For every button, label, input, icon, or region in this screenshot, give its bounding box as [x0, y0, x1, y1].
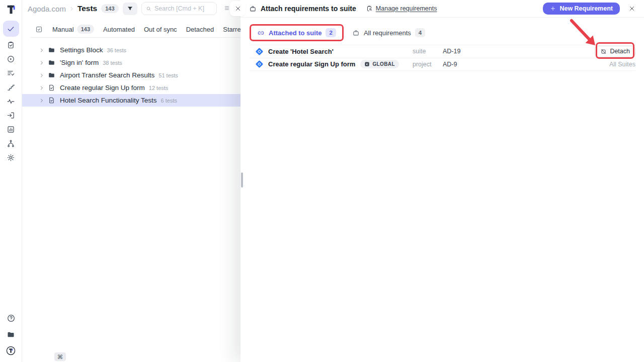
requirement-actions: Detach: [595, 46, 635, 57]
sidebar-item-pulse[interactable]: [3, 94, 19, 108]
requirement-name-cell: Create 'Hotel Search': [256, 48, 413, 55]
tab-label: All requirements: [364, 29, 411, 37]
list-check-icon: [7, 69, 15, 77]
suite-label: Airport Transfer Search Results: [60, 71, 154, 79]
brand-circle-icon: [6, 345, 16, 356]
edit-check-icon: [35, 26, 43, 33]
sidebar-item-steps[interactable]: [3, 80, 19, 94]
filter-tab-automated[interactable]: Automated: [103, 26, 135, 33]
filter-tabs-row: Manual 143 Automated Out of sync Detache…: [22, 23, 240, 36]
suite-test-count: 12 tests: [149, 84, 169, 91]
page-title: Tests: [77, 4, 97, 13]
chevron-right-icon[interactable]: [39, 85, 44, 90]
chevron-right-icon[interactable]: [39, 98, 44, 103]
keyboard-shortcuts-badge[interactable]: ⌘: [54, 352, 66, 361]
filter-tab-detached[interactable]: Detached: [186, 26, 214, 33]
briefcase-icon: [352, 29, 360, 37]
filter-tab-label: Automated: [103, 26, 135, 33]
requirements-list: Create 'Hotel Search' suite AD-19 Detach…: [249, 45, 635, 71]
filter-tab-out-of-sync[interactable]: Out of sync: [144, 26, 177, 33]
requirement-row-hotel-search: Create 'Hotel Search' suite AD-19 Detach: [249, 45, 635, 58]
brand-circle-button[interactable]: [3, 345, 19, 356]
close-icon: [234, 5, 242, 12]
new-requirement-button[interactable]: New Requirement: [543, 3, 620, 15]
suite-label: Settings Block: [60, 46, 103, 54]
tab-attached-to-suite[interactable]: Attached to suite 2: [257, 28, 336, 37]
docs-button[interactable]: [3, 329, 19, 340]
top-toolbar: Agoda.com Tests 143: [22, 0, 240, 17]
sidebar-item-analytics[interactable]: [3, 122, 19, 136]
global-badge: GLOBAL: [360, 60, 399, 68]
requirements-tabs: Attached to suite 2 All requirements 4: [240, 18, 644, 41]
manual-count-badge: 143: [77, 25, 94, 34]
search-icon: [146, 6, 151, 12]
detach-icon: [600, 48, 607, 55]
chevron-right-icon[interactable]: [39, 48, 44, 53]
requirement-title: Create 'Hotel Search': [268, 48, 334, 55]
play-circle-icon: [7, 55, 15, 63]
filter-tab-label: Detached: [186, 26, 214, 33]
folder-icon: [48, 71, 55, 79]
manage-requirements-link[interactable]: Manage requirements: [366, 5, 437, 12]
panel-divider: [30, 37, 240, 38]
sidebar-item-branches[interactable]: [3, 136, 19, 150]
requirement-diamond-icon: [256, 47, 264, 55]
suite-test-count: 6 tests: [161, 97, 177, 104]
tree-row-settings-block[interactable]: Settings Block 36 tests: [22, 44, 240, 56]
import-box-icon: [7, 111, 15, 120]
suite-label: Create regular Sign Up form: [60, 84, 145, 92]
chevron-right-icon[interactable]: [39, 73, 44, 78]
requirement-title: Create regular Sign Up form: [268, 60, 355, 68]
brand-t-icon: [6, 4, 17, 15]
panel-resize-handle[interactable]: [241, 172, 243, 188]
bar-chart-icon: [7, 125, 15, 134]
detach-button[interactable]: Detach: [595, 46, 635, 57]
sidebar-item-runs[interactable]: [3, 52, 19, 66]
suite-test-count: 36 tests: [107, 47, 127, 53]
chevron-right-icon[interactable]: [39, 60, 44, 65]
requirement-name-cell: Create regular Sign Up form GLOBAL: [256, 60, 413, 68]
tree-row-sign-in-form[interactable]: 'Sign in' form 38 tests: [22, 56, 240, 69]
new-requirement-label: New Requirement: [559, 5, 613, 12]
tree-row-airport-transfer[interactable]: Airport Transfer Search Results 51 tests: [22, 69, 240, 81]
tab-all-requirements[interactable]: All requirements 4: [352, 28, 425, 37]
tree-row-create-regular-sign-up[interactable]: Create regular Sign Up form 12 tests: [22, 81, 240, 94]
help-icon: [7, 314, 16, 323]
help-button[interactable]: [3, 313, 19, 324]
sidebar-item-import[interactable]: [3, 108, 19, 122]
suites-tree: Settings Block 36 tests 'Sign in' form 3…: [22, 44, 240, 107]
sidebar-item-tests[interactable]: [3, 21, 19, 37]
breadcrumb-chevron-icon: [69, 6, 74, 12]
sidebar-item-settings[interactable]: [3, 150, 19, 164]
filter-button[interactable]: [123, 3, 137, 15]
folder-icon: [48, 59, 55, 66]
icon-rail: [0, 0, 22, 362]
filter-tab-label: Manual: [52, 26, 74, 33]
tree-row-hotel-search-selected[interactable]: Hotel Search Functionality Tests 6 tests: [22, 94, 240, 107]
tests-count-badge: 143: [101, 4, 118, 13]
requirement-actions: All Suites: [609, 61, 635, 68]
all-suites-label: All Suites: [609, 61, 635, 68]
activity-pulse-icon: [7, 97, 15, 106]
breadcrumb-project[interactable]: Agoda.com: [28, 5, 66, 13]
panel-close-button[interactable]: [230, 1, 246, 16]
global-badge-label: GLOBAL: [372, 61, 395, 67]
detach-label: Detach: [610, 48, 630, 55]
requirement-id: AD-9: [443, 61, 609, 68]
filter-tab-manual[interactable]: Manual 143: [52, 25, 94, 34]
manage-requirements-label: Manage requirements: [376, 5, 437, 12]
attach-requirements-modal: Attach requirements to suite Manage requ…: [240, 0, 644, 362]
requirement-row-sign-up-form: Create regular Sign Up form GLOBAL proje…: [249, 58, 635, 71]
close-icon: [628, 5, 635, 12]
suite-test-count: 51 tests: [158, 72, 178, 78]
tab-label: Attached to suite: [269, 29, 321, 37]
folder-icon: [48, 46, 55, 54]
search-box: [141, 2, 217, 15]
app-logo[interactable]: [6, 3, 17, 16]
search-input[interactable]: [154, 5, 212, 12]
sidebar-item-test-plans[interactable]: [3, 38, 19, 52]
modal-close-button[interactable]: [628, 5, 635, 12]
sidebar-item-checklist[interactable]: [3, 66, 19, 80]
file-check-icon: [48, 97, 55, 104]
briefcase-icon: [249, 5, 257, 13]
